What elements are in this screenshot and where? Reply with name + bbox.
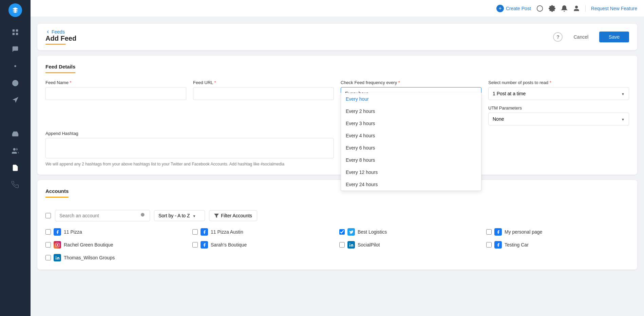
- chevron-down-posts-icon: [621, 91, 625, 96]
- sort-dropdown[interactable]: Sort by - A to Z: [154, 210, 205, 221]
- page-header: Feeds Add Feed ? Cancel Save: [37, 24, 637, 50]
- required-star: *: [70, 80, 72, 85]
- account-name-0: 11 Pizza: [64, 229, 82, 235]
- breadcrumb-feeds-link[interactable]: Feeds: [45, 29, 65, 35]
- page-title: Add Feed: [45, 35, 76, 42]
- user-icon[interactable]: [573, 5, 580, 12]
- account-icon-facebook: [494, 228, 502, 236]
- account-checkbox-3[interactable]: [486, 229, 492, 235]
- utm-group: UTM Parameters None: [488, 105, 629, 125]
- breadcrumb-and-title: Feeds Add Feed: [45, 29, 76, 45]
- hashtag-hint: We will append any 2 hashtags from your …: [45, 162, 334, 166]
- content-area: Feeds Add Feed ? Cancel Save Feed Detail…: [31, 17, 644, 316]
- sidebar-item-notes[interactable]: [0, 159, 31, 176]
- svg-rect-2: [13, 33, 15, 35]
- frequency-option-every-2-hours[interactable]: Every 2 hours: [341, 105, 481, 117]
- hashtag-group: Append Hashtag We will append any 2 hash…: [45, 131, 334, 166]
- account-icon-facebook: [54, 228, 61, 236]
- account-checkbox-2[interactable]: [339, 229, 345, 235]
- help-icon[interactable]: ?: [553, 32, 563, 42]
- page-title-underline: [45, 44, 66, 45]
- account-checkbox-7[interactable]: [486, 242, 492, 248]
- account-checkbox-1[interactable]: [192, 229, 198, 235]
- account-item-7: Testing Car: [486, 241, 629, 249]
- account-icon-facebook: [494, 241, 502, 249]
- svg-point-18: [141, 213, 145, 217]
- bell-icon[interactable]: [561, 5, 568, 12]
- frequency-option-every-4-hours[interactable]: Every 4 hours: [341, 130, 481, 142]
- create-post-button[interactable]: + Create Post: [496, 5, 531, 12]
- sidebar-item-network[interactable]: [0, 58, 31, 75]
- account-item-2: Best Logistics: [339, 228, 482, 236]
- search-input[interactable]: [59, 213, 138, 218]
- header-actions: ? Cancel Save: [553, 32, 629, 42]
- svg-point-14: [13, 148, 16, 151]
- account-name-7: Testing Car: [505, 242, 529, 248]
- create-post-icon: +: [496, 5, 504, 12]
- sidebar-item-messages[interactable]: [0, 41, 31, 58]
- settings-icon[interactable]: [549, 5, 555, 12]
- utm-label: UTM Parameters: [488, 105, 629, 111]
- frequency-option-every-3-hours[interactable]: Every 3 hours: [341, 117, 481, 130]
- sidebar-item-campaigns[interactable]: [0, 92, 31, 108]
- frequency-option-every-24-hours[interactable]: Every 24 hours: [341, 178, 481, 191]
- logo[interactable]: [8, 3, 22, 17]
- sidebar-item-support[interactable]: [0, 176, 31, 193]
- required-star-posts: *: [550, 80, 551, 85]
- accounts-grid: 11 Pizza11 Pizza AustinBest LogisticsMy …: [45, 228, 629, 261]
- feed-url-group: Feed URL *: [193, 80, 334, 100]
- main-area: + Create Post Request New Feature Feeds: [31, 0, 644, 316]
- posts-to-read-group: Select number of posts to read * 1 Post …: [488, 80, 629, 100]
- account-icon-facebook: [201, 228, 208, 236]
- form-row-main: Feed Name * Feed URL * Check: [45, 80, 629, 125]
- account-icon-twitter: [347, 228, 355, 236]
- svg-point-15: [537, 5, 543, 11]
- account-name-4: Rachel Green Boutique: [64, 242, 113, 248]
- account-item-5: Sarah's Boutique: [192, 241, 335, 249]
- account-checkbox-5[interactable]: [192, 242, 198, 248]
- account-name-8: Thomas_Wilson Groups: [64, 255, 115, 260]
- frequency-option-every-hour[interactable]: Every hour: [341, 93, 481, 105]
- check-frequency-label: Check Feed frequency every *: [341, 80, 481, 85]
- svg-point-23: [349, 243, 350, 244]
- account-item-0: 11 Pizza: [45, 228, 188, 236]
- sidebar-item-monitor[interactable]: [0, 75, 31, 92]
- frequency-option-every-8-hours[interactable]: Every 8 hours: [341, 154, 481, 166]
- feed-name-group: Feed Name *: [45, 80, 186, 100]
- search-icon: [140, 212, 146, 219]
- sidebar-item-analytics[interactable]: [0, 108, 31, 125]
- svg-rect-3: [16, 33, 18, 35]
- cancel-button[interactable]: Cancel: [567, 32, 595, 42]
- save-button[interactable]: Save: [599, 32, 629, 42]
- account-name-1: 11 Pizza Austin: [211, 229, 243, 235]
- circle-icon[interactable]: [536, 5, 543, 12]
- feed-url-input[interactable]: [193, 87, 334, 100]
- posts-dropdown-button[interactable]: 1 Post at a time: [488, 87, 629, 100]
- account-checkbox-6[interactable]: [339, 242, 345, 248]
- feed-name-input[interactable]: [45, 87, 186, 100]
- account-checkbox-8[interactable]: [45, 255, 51, 260]
- utm-dropdown-button[interactable]: None: [488, 113, 629, 125]
- check-frequency-group: Check Feed frequency every * Every hour …: [341, 80, 481, 100]
- sidebar-item-team[interactable]: [0, 142, 31, 159]
- svg-line-19: [144, 216, 145, 217]
- page-title-area: Add Feed: [45, 35, 76, 45]
- account-checkbox-4[interactable]: [45, 242, 51, 248]
- feed-name-label: Feed Name *: [45, 80, 186, 85]
- svg-rect-1: [16, 29, 18, 32]
- account-item-6: SocialPilot: [339, 241, 482, 249]
- frequency-option-every-12-hours[interactable]: Every 12 hours: [341, 166, 481, 178]
- frequency-option-every-6-hours[interactable]: Every 6 hours: [341, 142, 481, 154]
- required-star-url: *: [214, 80, 216, 85]
- sidebar-item-inbox[interactable]: [0, 125, 31, 142]
- frequency-dropdown-menu: Every hour Every 2 hours Every 3 hours E…: [341, 93, 481, 191]
- select-all-checkbox[interactable]: [45, 213, 51, 218]
- sidebar-item-dashboard[interactable]: [0, 24, 31, 41]
- filter-accounts-button[interactable]: Filter Accounts: [209, 210, 257, 221]
- account-checkbox-0[interactable]: [45, 229, 51, 235]
- request-feature-link[interactable]: Request New Feature: [591, 6, 637, 11]
- hashtag-textarea[interactable]: [45, 138, 334, 158]
- account-item-1: 11 Pizza Austin: [192, 228, 335, 236]
- accounts-section-title: Accounts: [45, 188, 69, 198]
- feed-details-card: Feed Details Feed Name * Feed URL *: [37, 56, 637, 175]
